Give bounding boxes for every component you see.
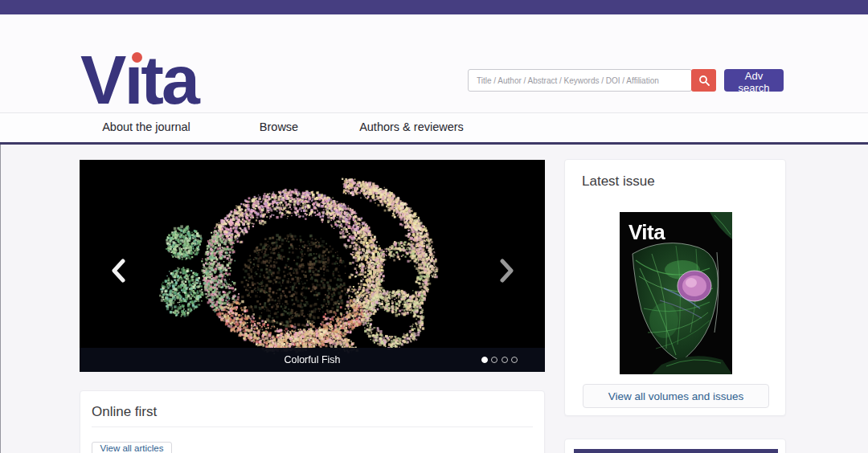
online-first-heading: Online first bbox=[92, 404, 157, 420]
carousel-slide-image-colorful-fish bbox=[80, 160, 545, 372]
carousel-dot-2[interactable] bbox=[491, 357, 497, 363]
search-icon bbox=[698, 75, 710, 86]
view-all-volumes-button[interactable]: View all volumes and issues bbox=[583, 384, 769, 408]
latest-issue-heading: Latest issue bbox=[582, 173, 655, 190]
carousel-dots bbox=[481, 357, 518, 363]
carousel-next-button[interactable] bbox=[497, 259, 516, 283]
carousel-dot-3[interactable] bbox=[502, 357, 508, 363]
hero-carousel: Colorful Fish bbox=[80, 160, 545, 372]
view-all-articles-button[interactable]: View all articles › bbox=[92, 442, 172, 453]
latest-issue-cover-image[interactable]: Vita bbox=[620, 212, 732, 374]
latest-issue-card: Latest issue bbox=[564, 159, 786, 416]
nav-item-authors-reviewers[interactable]: Authors & reviewers bbox=[359, 120, 464, 133]
journal-logo[interactable]: Vıta bbox=[80, 43, 198, 116]
cover-title: Vita bbox=[628, 220, 665, 244]
carousel-prev-button[interactable] bbox=[108, 259, 128, 283]
carousel-caption: Colorful Fish bbox=[80, 348, 545, 372]
search-button[interactable] bbox=[691, 69, 716, 92]
secondary-card-banner bbox=[574, 449, 778, 453]
nav-item-browse[interactable]: Browse bbox=[260, 120, 298, 133]
main-nav: About the journal Browse Authors & revie… bbox=[0, 112, 868, 142]
online-first-divider bbox=[92, 426, 533, 427]
nav-underline bbox=[0, 142, 868, 145]
nav-item-about-the-journal[interactable]: About the journal bbox=[102, 120, 190, 133]
carousel-dot-4[interactable] bbox=[511, 357, 518, 363]
search-input[interactable] bbox=[468, 69, 692, 92]
chevron-left-icon bbox=[112, 259, 125, 283]
advanced-search-button[interactable]: Adv search bbox=[724, 69, 784, 92]
secondary-card bbox=[564, 439, 786, 453]
window-left-edge bbox=[0, 145, 1, 453]
logo-dot-icon bbox=[132, 52, 142, 63]
journal-homepage: Vıta Adv search About the journal Browse… bbox=[0, 0, 868, 453]
online-first-card: Online first View all articles › bbox=[80, 390, 545, 453]
chevron-right-icon bbox=[500, 259, 514, 283]
top-accent-bar bbox=[0, 0, 868, 14]
site-header: Vıta Adv search bbox=[0, 14, 868, 112]
carousel-dot-1[interactable] bbox=[481, 357, 488, 363]
carousel-caption-bar: Colorful Fish bbox=[80, 348, 545, 372]
